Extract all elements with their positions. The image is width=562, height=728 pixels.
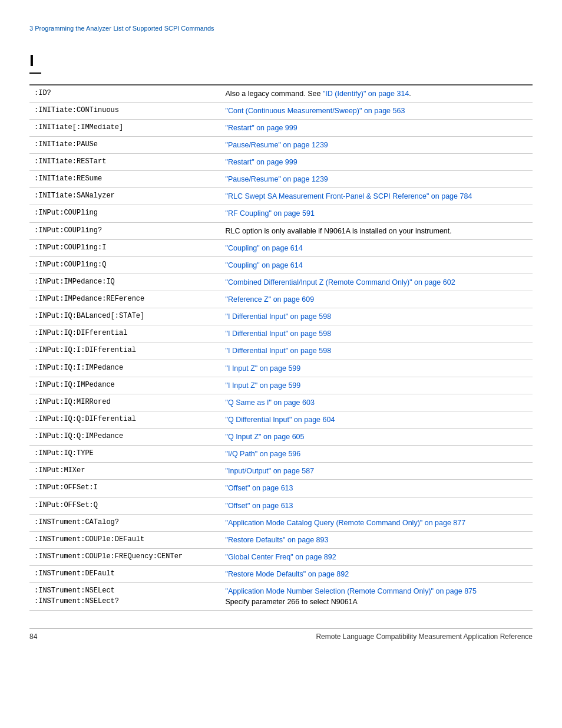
description-link[interactable]: "Input/Output" on page 587 bbox=[226, 467, 315, 475]
description-link[interactable]: "RF Coupling" on page 591 bbox=[226, 209, 315, 218]
description-cell: "Offset" on page 613 bbox=[221, 497, 533, 514]
description-link[interactable]: "I/Q Path" on page 596 bbox=[226, 450, 301, 458]
table-row: :INPut:OFFSet:I"Offset" on page 613 bbox=[29, 480, 533, 497]
command-cell: :INSTrument:NSELect:INSTrument:NSELect? bbox=[34, 586, 216, 607]
description-link[interactable]: "Pause/Resume" on page 1239 bbox=[226, 141, 328, 149]
table-row: :INPut:IQ:Q:DIFferential"Q Differential … bbox=[29, 411, 533, 428]
description-link[interactable]: "Offset" on page 613 bbox=[226, 502, 293, 510]
description-cell: "Restore Mode Defaults" on page 892 bbox=[221, 566, 533, 583]
description-link[interactable]: "Q Same as I" on page 603 bbox=[226, 398, 315, 407]
table-row: :INPut:IMPedance:IQ"Combined Differentia… bbox=[29, 274, 533, 291]
description-cell: "Offset" on page 613 bbox=[221, 480, 533, 497]
table-row: :INPut:IQ:DIFferential"I Differential In… bbox=[29, 325, 533, 342]
description-link[interactable]: "I Differential Input" on page 598 bbox=[226, 347, 332, 355]
command-cell: :INPut:COUPling? bbox=[34, 226, 102, 235]
description-cell: "Reference Z" on page 609 bbox=[221, 291, 533, 308]
description-link[interactable]: "Global Center Freq" on page 892 bbox=[226, 553, 336, 561]
description-link[interactable]: "I Input Z" on page 599 bbox=[226, 364, 301, 373]
description-link[interactable]: "Restart" on page 999 bbox=[226, 158, 297, 166]
command-cell: :INPut:OFFSet:Q bbox=[34, 501, 98, 509]
description-cell: "RF Coupling" on page 591 bbox=[221, 205, 533, 222]
description-link[interactable]: "Restore Defaults" on page 893 bbox=[226, 536, 329, 544]
command-cell: :INPut:IQ:I:DIFferential bbox=[34, 346, 136, 354]
description-cell: "I/Q Path" on page 596 bbox=[221, 446, 533, 463]
command-cell: :INPut:COUPling:Q bbox=[34, 261, 106, 269]
description-link[interactable]: "Coupling" on page 614 bbox=[226, 261, 303, 269]
description-link[interactable]: "I Input Z" on page 599 bbox=[226, 381, 301, 390]
command-cell: :INITiate:SANalyzer bbox=[34, 192, 115, 200]
description-link[interactable]: "Restart" on page 999 bbox=[226, 124, 297, 132]
command-cell: :INSTrument:DEFault bbox=[34, 569, 115, 578]
footer-title: Remote Language Compatibility Measuremen… bbox=[316, 633, 533, 641]
table-row: :INSTrument:COUPle:DEFault"Restore Defau… bbox=[29, 531, 533, 548]
description-cell: "Coupling" on page 614 bbox=[221, 239, 533, 256]
description-cell: "Application Mode Catalog Query (Remote … bbox=[221, 514, 533, 531]
description-link[interactable]: "Pause/Resume" on page 1239 bbox=[226, 175, 328, 183]
description-cell: "Q Differential Input" on page 604 bbox=[221, 411, 533, 428]
table-row: :INSTrument:COUPle:FREQuency:CENTer"Glob… bbox=[29, 548, 533, 565]
description-cell: "Combined Differential/Input Z (Remote C… bbox=[221, 274, 533, 291]
table-row: :INPut:IQ:I:DIFferential"I Differential … bbox=[29, 342, 533, 360]
description-link[interactable]: "Coupling" on page 614 bbox=[226, 244, 303, 252]
description-link[interactable]: "RLC Swept SA Measurement Front-Panel & … bbox=[226, 192, 472, 200]
table-row: :INPut:IQ:I:IMPedance"I Input Z" on page… bbox=[29, 360, 533, 377]
description-link[interactable]: "Cont (Continuous Measurement/Sweep)" on… bbox=[226, 107, 405, 115]
table-row: :INPut:IQ:MIRRored"Q Same as I" on page … bbox=[29, 394, 533, 411]
table-row: :INPut:COUPling"RF Coupling" on page 591 bbox=[29, 205, 533, 222]
description-cell: "Input/Output" on page 587 bbox=[221, 463, 533, 480]
description-cell: "Restore Defaults" on page 893 bbox=[221, 531, 533, 548]
table-row: :INPut:COUPling:Q"Coupling" on page 614 bbox=[29, 256, 533, 274]
command-cell: :INPut:IMPedance:IQ bbox=[34, 278, 115, 286]
description-link[interactable]: "I Differential Input" on page 598 bbox=[226, 312, 332, 321]
description-link[interactable]: "I Differential Input" on page 598 bbox=[226, 330, 332, 338]
command-cell: :INPut:MIXer bbox=[34, 466, 85, 475]
table-row: :INITiate:PAUSe"Pause/Resume" on page 12… bbox=[29, 136, 533, 153]
description-link[interactable]: "Application Mode Number Selection (Remo… bbox=[226, 587, 477, 595]
table-row: :ID?Also a legacy command. See "ID (Iden… bbox=[29, 85, 533, 103]
description-cell: "Restart" on page 999 bbox=[221, 154, 533, 171]
command-cell: :INITiate:RESume bbox=[34, 174, 102, 183]
table-row: :INPut:IMPedance:REFerence"Reference Z" … bbox=[29, 291, 533, 308]
command-cell: :INITiate:RESTart bbox=[34, 157, 106, 166]
table-row: :INPut:COUPling:I"Coupling" on page 614 bbox=[29, 239, 533, 256]
description-cell: "Q Input Z" on page 605 bbox=[221, 429, 533, 446]
breadcrumb-line2: List of Supported SCPI Commands bbox=[113, 25, 214, 32]
command-cell: :INSTrument:COUPle:FREQuency:CENTer bbox=[34, 552, 183, 561]
description-link[interactable]: "Q Input Z" on page 605 bbox=[226, 433, 305, 441]
description-link[interactable]: "Combined Differential/Input Z (Remote C… bbox=[226, 278, 455, 286]
command-cell: :INPut:IQ:I:IMPedance bbox=[34, 364, 123, 372]
description-cell: Also a legacy command. See "ID (Identify… bbox=[221, 85, 533, 103]
table-row: :INPut:IQ:BALanced[:STATe]"I Differentia… bbox=[29, 308, 533, 325]
description-link[interactable]: "Application Mode Catalog Query (Remote … bbox=[226, 519, 466, 527]
table-row: :INPut:IQ:TYPE"I/Q Path" on page 596 bbox=[29, 446, 533, 463]
description-cell: "I Differential Input" on page 598 bbox=[221, 342, 533, 360]
command-cell: :INSTrument:CATalog? bbox=[34, 518, 119, 526]
table-row: :INITiate:CONTinuous"Cont (Continuous Me… bbox=[29, 102, 533, 119]
description-link[interactable]: "Q Differential Input" on page 604 bbox=[226, 416, 335, 424]
table-row: :INITiate:RESTart"Restart" on page 999 bbox=[29, 154, 533, 171]
breadcrumb: 3 Programming the Analyzer List of Suppo… bbox=[29, 24, 533, 34]
table-row: :INPut:COUPling?RLC option is only avail… bbox=[29, 222, 533, 239]
command-cell: :INPut:IQ:Q:IMPedance bbox=[34, 432, 123, 440]
table-row: :INITiate:RESume"Pause/Resume" on page 1… bbox=[29, 171, 533, 188]
table-row: :INITiate[:IMMediate]"Restart" on page 9… bbox=[29, 119, 533, 136]
table-row: :INPut:MIXer"Input/Output" on page 587 bbox=[29, 463, 533, 480]
description-cell: "Coupling" on page 614 bbox=[221, 256, 533, 274]
command-cell: :INPut:IQ:BALanced[:STATe] bbox=[34, 312, 144, 320]
description-link[interactable]: "Reference Z" on page 609 bbox=[226, 295, 315, 304]
description-extra: Specify parameter 266 to select N9061A bbox=[226, 598, 358, 606]
command-cell: :INPut:IQ:Q:DIFferential bbox=[34, 415, 136, 423]
command-cell: :INITiate[:IMMediate] bbox=[34, 123, 123, 131]
description-cell: "Pause/Resume" on page 1239 bbox=[221, 136, 533, 153]
description-cell: "Global Center Freq" on page 892 bbox=[221, 548, 533, 565]
description-cell: "Application Mode Number Selection (Remo… bbox=[221, 583, 533, 611]
command-cell: :INPut:COUPling:I bbox=[34, 243, 106, 252]
scpi-commands-table: :ID?Also a legacy command. See "ID (Iden… bbox=[29, 84, 533, 611]
command-cell: :ID? bbox=[34, 89, 51, 97]
description-text: RLC option is only available if N9061A i… bbox=[226, 227, 452, 235]
description-cell: "I Input Z" on page 599 bbox=[221, 360, 533, 377]
description-link[interactable]: "Offset" on page 613 bbox=[226, 484, 293, 492]
description-link[interactable]: "ID (Identify)" on page 314 bbox=[323, 90, 409, 98]
table-row: :INPut:OFFSet:Q"Offset" on page 613 bbox=[29, 497, 533, 514]
description-link[interactable]: "Restore Mode Defaults" on page 892 bbox=[226, 570, 349, 578]
